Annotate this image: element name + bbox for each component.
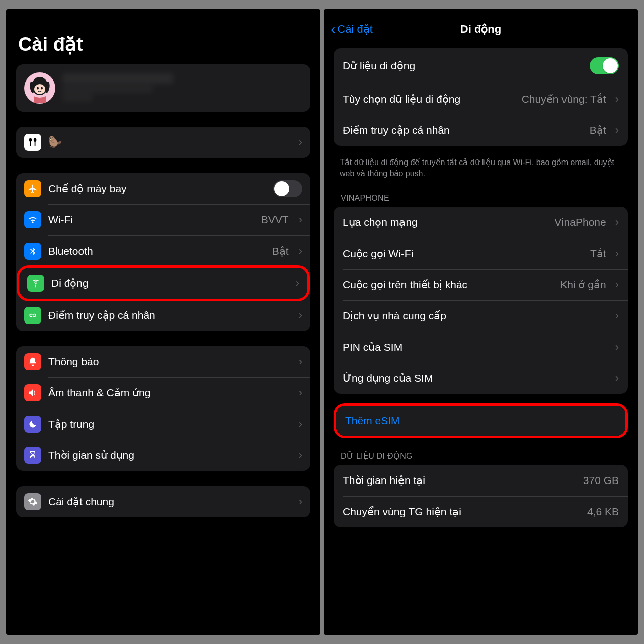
chevron-right-icon: › [615, 124, 619, 137]
wifi-icon [24, 211, 41, 228]
airplane-icon [24, 180, 41, 197]
chevron-right-icon: › [299, 245, 302, 258]
data-usage-header: DỮ LIỆU DI ĐỘNG [324, 447, 638, 465]
wificall-value: Tắt [590, 248, 606, 260]
back-label: Cài đặt [337, 23, 372, 36]
chevron-right-icon: › [615, 247, 619, 260]
add-esim-button[interactable]: Thêm eSIM [336, 406, 625, 436]
wifi-calling-row[interactable]: Cuộc gọi Wi-Fi Tắt › [334, 238, 628, 269]
general-row[interactable]: Cài đặt chung › [16, 486, 310, 517]
carrier-services-row[interactable]: Dịch vụ nhà cung cấp › [334, 300, 628, 332]
airplane-mode-row[interactable]: Chế độ máy bay [16, 173, 310, 204]
svg-rect-7 [32, 315, 33, 316]
sim-apps-row[interactable]: Ứng dụng của SIM › [334, 363, 628, 394]
chevron-right-icon: › [299, 386, 302, 399]
bluetooth-value: Bật [272, 245, 289, 257]
personal-hotspot-row[interactable]: Điểm truy cập cá nhân Bật › [334, 115, 628, 146]
cellular-icon [27, 275, 44, 292]
nav-header: ‹ Cài đặt Di động [324, 18, 638, 48]
chevron-right-icon: › [615, 372, 619, 385]
hotspot-label: Điểm truy cập cá nhân [343, 124, 584, 136]
current-period-row[interactable]: Thời gian hiện tại 370 GB [334, 465, 628, 496]
period-value: 370 GB [583, 474, 619, 487]
hotspot-row[interactable]: Điểm truy cập cá nhân › [16, 300, 310, 331]
airplane-label: Chế độ máy bay [48, 183, 266, 195]
otherdev-value: Khi ở gần [560, 279, 606, 291]
network-value: VinaPhone [554, 216, 606, 228]
cell-opts-value: Chuyển vùng: Tắt [522, 93, 606, 105]
chevron-right-icon: › [615, 278, 619, 291]
profile-text [62, 73, 302, 103]
notifications-row[interactable]: Thông báo › [16, 346, 310, 377]
hotspot-icon [24, 307, 41, 324]
cell-opts-label: Tùy chọn dữ liệu di động [343, 93, 516, 105]
roam-value: 4,6 KB [587, 506, 619, 518]
sim-pin-label: PIN của SIM [343, 341, 606, 353]
general-group: Cài đặt chung › [16, 486, 310, 517]
chevron-right-icon: › [299, 136, 302, 149]
wificall-label: Cuộc gọi Wi-Fi [343, 248, 584, 260]
sounds-label: Âm thanh & Cảm ứng [48, 387, 289, 399]
roam-label: Chuyển vùng TG hiện tại [343, 506, 581, 518]
screentime-row[interactable]: Thời gian sử dụng › [16, 440, 310, 471]
network-group: Chế độ máy bay Wi-Fi BVVT › Bluetooth Bậ… [16, 173, 310, 331]
roaming-period-row[interactable]: Chuyển vùng TG hiện tại 4,6 KB [334, 496, 628, 527]
airplane-toggle[interactable] [273, 180, 302, 197]
airpods-row[interactable]: 🦫 › [16, 127, 310, 158]
nav-title: Di động [460, 23, 501, 36]
airpods-group: 🦫 › [16, 127, 310, 158]
bluetooth-row[interactable]: Bluetooth Bật › [16, 235, 310, 267]
cellular-options-row[interactable]: Tùy chọn dữ liệu di động Chuyển vùng: Tắ… [334, 84, 628, 115]
chevron-right-icon: › [299, 418, 302, 431]
sounds-row[interactable]: Âm thanh & Cảm ứng › [16, 377, 310, 409]
cellular-data-group: Dữ liệu di động Tùy chọn dữ liệu di động… [334, 48, 628, 146]
bluetooth-label: Bluetooth [48, 245, 265, 257]
cellular-data-row[interactable]: Dữ liệu di động [334, 48, 628, 84]
hourglass-icon [24, 447, 41, 464]
bell-icon [24, 353, 41, 370]
moon-icon [24, 416, 41, 433]
svg-point-3 [37, 87, 39, 90]
screentime-label: Thời gian sử dụng [48, 449, 289, 461]
sim-pin-row[interactable]: PIN của SIM › [334, 332, 628, 363]
chevron-right-icon: › [615, 309, 619, 323]
chevron-right-icon: › [299, 449, 302, 462]
speaker-icon [24, 384, 41, 401]
chevron-right-icon: › [299, 309, 302, 322]
focus-label: Tập trung [48, 418, 289, 430]
chevron-right-icon: › [296, 277, 299, 290]
chevron-right-icon: › [615, 341, 619, 354]
data-usage-group: Thời gian hiện tại 370 GB Chuyển vùng TG… [334, 465, 628, 527]
calls-other-devices-row[interactable]: Cuộc gọi trên thiết bị khác Khi ở gần › [334, 269, 628, 300]
hotspot-label: Điểm truy cập cá nhân [48, 309, 289, 321]
wifi-label: Wi-Fi [48, 214, 254, 226]
settings-panel: Cài đặt 🦫 [6, 9, 320, 635]
cellular-label: Di động [51, 277, 286, 289]
cellular-panel: ‹ Cài đặt Di động Dữ liệu di động Tùy ch… [324, 9, 638, 635]
back-button[interactable]: ‹ Cài đặt [331, 22, 373, 36]
carrier-header: VINAPHONE [324, 190, 638, 207]
cellular-data-toggle[interactable] [590, 57, 619, 74]
sim-apps-label: Ứng dụng của SIM [343, 372, 606, 384]
chevron-right-icon: › [615, 93, 619, 106]
chevron-left-icon: ‹ [331, 22, 335, 36]
bluetooth-icon [24, 243, 41, 260]
cellular-row[interactable]: Di động › [17, 265, 310, 301]
focus-row[interactable]: Tập trung › [16, 409, 310, 440]
otherdev-label: Cuộc gọi trên thiết bị khác [343, 279, 554, 291]
network-selection-row[interactable]: Lựa chọn mạng VinaPhone › [334, 207, 628, 238]
apple-id-card[interactable] [16, 64, 310, 112]
gear-icon [24, 493, 41, 510]
carrier-group: Lựa chọn mạng VinaPhone › Cuộc gọi Wi-Fi… [334, 207, 628, 394]
alerts-group: Thông báo › Âm thanh & Cảm ứng › Tập tru… [16, 346, 310, 471]
chevron-right-icon: › [299, 213, 302, 226]
svg-point-2 [34, 84, 45, 94]
airpods-icon [24, 134, 41, 151]
page-title: Cài đặt [6, 18, 320, 64]
chevron-right-icon: › [299, 495, 302, 508]
notifications-label: Thông báo [48, 356, 289, 368]
chevron-right-icon: › [299, 355, 302, 368]
general-label: Cài đặt chung [48, 496, 289, 508]
wifi-row[interactable]: Wi-Fi BVVT › [16, 204, 310, 235]
period-label: Thời gian hiện tại [343, 474, 577, 487]
